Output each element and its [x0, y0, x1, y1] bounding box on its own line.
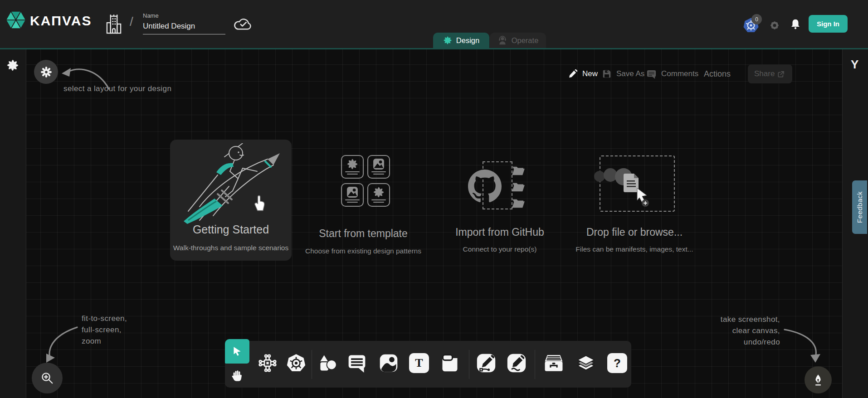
tab-operate[interactable]: Operate — [490, 33, 546, 48]
top-bar: KAΠVAS / Name Design — [0, 0, 868, 48]
drop-file-card[interactable] — [600, 155, 675, 212]
cloud-sync-icon — [234, 17, 253, 33]
template-mini-card — [341, 155, 364, 179]
hand-cursor-icon — [252, 193, 267, 211]
image-icon — [379, 353, 399, 373]
drawer-icon — [543, 353, 564, 373]
card-subtitle: Files can be manifests, images, text... — [566, 245, 702, 253]
cursor-arrow-icon — [231, 345, 243, 357]
floppy-save-icon — [602, 69, 612, 79]
card-subtitle: Choose from existing design patterns — [295, 247, 431, 255]
pen-path-icon — [476, 353, 496, 373]
share-button[interactable]: Share — [748, 64, 792, 83]
pen-nib-icon — [812, 374, 824, 386]
text-tool-button[interactable]: T — [409, 353, 429, 374]
card-title: Getting Started — [170, 223, 292, 236]
brand-name: KAΠVAS — [30, 13, 92, 29]
pan-tool-button[interactable] — [225, 364, 249, 388]
shapes-icon — [317, 353, 337, 373]
screenshot-hint-arrow — [782, 324, 823, 365]
layout-hint-text: select a layout for your design — [63, 84, 171, 93]
pencil-scribble-icon — [507, 353, 527, 373]
repo-folder-icon — [512, 181, 525, 192]
bottom-toolbar: T — [225, 341, 631, 388]
import-from-github-card[interactable] — [467, 159, 533, 213]
drop-file-illustration — [594, 165, 662, 214]
operate-headset-icon — [497, 35, 507, 45]
kanvas-app: KAΠVAS / Name Design — [0, 0, 868, 398]
pencil-new-icon — [568, 69, 578, 79]
note-icon — [440, 353, 460, 373]
circuit-tool-button[interactable] — [257, 353, 278, 374]
header-accent-divider — [0, 48, 868, 49]
comment-tool-button[interactable] — [346, 353, 367, 374]
notifications-badge: 0 — [751, 14, 762, 24]
shapes-tool-button[interactable] — [317, 353, 338, 374]
help-tool-glyph: ? — [614, 356, 621, 370]
template-mini-card — [367, 183, 390, 207]
template-mini-card — [341, 183, 364, 207]
flower-asterisk-icon — [40, 66, 52, 78]
spinner-swirl-icon — [6, 59, 19, 73]
collaboration-y-icon: Y — [851, 58, 858, 72]
repo-folder-icon — [512, 198, 525, 209]
layout-picker-button[interactable] — [34, 60, 58, 84]
feedback-label: Feedback — [856, 191, 863, 223]
card-title: Import from GitHub — [439, 226, 561, 238]
tab-operate-label: Operate — [512, 36, 539, 45]
screenshot-hint-text: take screenshot, clear canvas, undo/redo — [689, 314, 780, 348]
template-mini-card: .cut{fill:#0e0e0e} — [367, 155, 390, 179]
actions-label: Actions — [704, 69, 731, 79]
feedback-tab[interactable]: Feedback — [852, 180, 867, 234]
text-tool-glyph: T — [415, 356, 423, 370]
select-tool-button[interactable] — [225, 339, 249, 364]
save-as-label: Save As — [616, 69, 644, 78]
share-link-icon — [777, 69, 786, 78]
toolbar-divider — [535, 350, 535, 379]
tab-design-label: Design — [456, 36, 479, 45]
card-subtitle: Walk-throughs and sample scenarios — [161, 244, 301, 252]
getting-started-card[interactable] — [170, 140, 292, 261]
comments-icon — [646, 69, 657, 79]
zoom-button[interactable] — [32, 363, 63, 393]
design-name-field: Name — [143, 12, 225, 34]
pen-actions-button[interactable] — [805, 366, 832, 393]
save-as-button[interactable]: Save As — [602, 65, 644, 83]
kubernetes-tool-button[interactable] — [286, 353, 307, 374]
layers-icon — [575, 353, 596, 373]
card-subtitle: Connect to your repo(s) — [439, 245, 561, 253]
toolbar-divider — [469, 350, 469, 379]
zoom-hint-text: fit-to-screen, full-screen, zoom — [82, 313, 127, 347]
new-label: New — [582, 69, 598, 78]
pen-tool-button[interactable] — [476, 353, 497, 374]
settings-gear-icon[interactable] — [768, 19, 781, 34]
layers-tool-button[interactable] — [575, 353, 596, 374]
help-tool-button[interactable]: ? — [607, 353, 628, 374]
design-name-input[interactable] — [143, 22, 225, 34]
card-title: Drop file or browse... — [573, 226, 696, 238]
note-tool-button[interactable] — [439, 353, 460, 374]
sign-in-button[interactable]: Sign In — [809, 15, 848, 33]
hand-pan-icon — [231, 369, 243, 382]
comment-icon — [347, 353, 367, 373]
github-logo-icon — [468, 170, 502, 203]
tab-design[interactable]: Design — [433, 33, 489, 48]
new-button[interactable]: New — [568, 65, 598, 83]
comments-label: Comments — [661, 69, 698, 78]
magnifier-zoom-in-icon — [40, 371, 54, 385]
design-name-label: Name — [143, 12, 225, 19]
notifications-bell-icon[interactable] — [790, 18, 801, 32]
pencil-tool-button[interactable] — [506, 353, 527, 374]
design-swirl-icon — [443, 36, 452, 45]
drawer-tool-button[interactable] — [543, 353, 564, 374]
left-rail — [0, 49, 26, 398]
start-from-template-card[interactable]: .cut{fill:#0e0e0e} — [337, 154, 394, 211]
comments-button[interactable]: Comments — [646, 65, 698, 83]
organization-icon[interactable] — [105, 14, 122, 36]
circuit-icon — [258, 354, 277, 373]
image-tool-button[interactable] — [378, 353, 399, 374]
breadcrumb-slash: / — [130, 15, 133, 29]
share-label: Share — [754, 69, 775, 78]
toolbar-divider — [312, 350, 312, 379]
zoom-hint-arrow — [41, 323, 84, 366]
